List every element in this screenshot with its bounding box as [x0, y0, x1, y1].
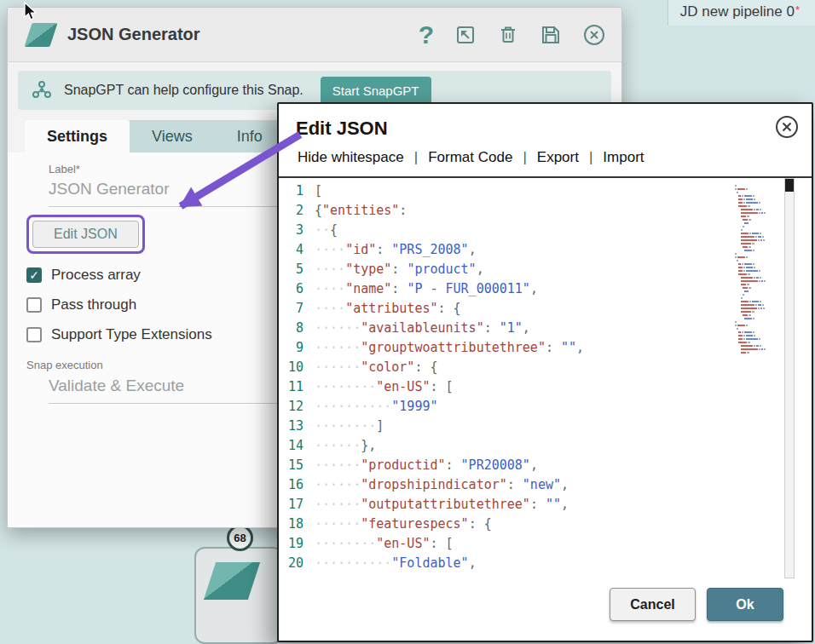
code-line[interactable]: 16······"dropshipindicator": "new", — [279, 475, 812, 495]
help-button[interactable]: ? — [419, 24, 434, 46]
edit-json-button[interactable]: Edit JSON — [32, 221, 139, 248]
tab-settings[interactable]: Settings — [25, 120, 130, 152]
scrollbar-thumb[interactable] — [785, 179, 794, 192]
close-dialog-button[interactable] — [582, 23, 606, 47]
code-text: ··{ — [315, 221, 338, 240]
expand-button[interactable] — [454, 24, 477, 46]
line-number: 8 — [279, 319, 315, 338]
line-number: 13 — [279, 417, 315, 436]
line-number: 5 — [279, 260, 315, 279]
code-line[interactable]: 11········"en-US": [ — [279, 377, 812, 397]
line-number: 4 — [279, 240, 315, 260]
edit-json-highlight: Edit JSON — [26, 215, 145, 254]
line-number: 6 — [279, 279, 315, 299]
snap-logo-icon — [24, 23, 57, 47]
close-icon — [774, 114, 800, 140]
code-line[interactable]: 2{"entities": — [279, 201, 812, 221]
line-number: 3 — [279, 221, 315, 240]
code-minimap[interactable] — [735, 185, 779, 355]
snap-count-badge: 68 — [227, 525, 253, 551]
tab-views[interactable]: Views — [130, 120, 215, 152]
line-number: 1 — [279, 181, 315, 201]
line-number: 10 — [279, 358, 315, 377]
modal-close-button[interactable] — [774, 114, 800, 142]
code-text: ··········"1999" — [315, 397, 438, 417]
line-number: 7 — [279, 299, 315, 319]
modal-header: Edit JSON — [279, 104, 812, 140]
pipeline-tab[interactable]: JD new pipeline 0* — [668, 0, 815, 26]
code-line[interactable]: 4····"id": "PRS_2008", — [279, 240, 812, 260]
code-line[interactable]: 9······"grouptwoattributethree": "", — [279, 338, 812, 358]
trash-icon — [497, 24, 519, 46]
checkbox-support-type-extensions[interactable] — [26, 327, 42, 342]
code-line[interactable]: 6····"name": "P - FUR_000011", — [279, 279, 812, 299]
code-text: ········"en-US": [ — [315, 534, 454, 554]
edit-json-modal: Edit JSON Hide whitespace|Format Code|Ex… — [277, 102, 813, 642]
line-number: 19 — [279, 534, 315, 554]
code-text: ······"color": { — [315, 358, 438, 377]
dialog-header: JSON Generator ? — [8, 8, 621, 62]
dialog-title: JSON Generator — [67, 25, 200, 44]
line-number: 18 — [279, 515, 315, 534]
checkbox-process-array[interactable]: ✓ — [26, 267, 42, 283]
toolbar-separator: | — [523, 149, 526, 166]
code-line[interactable]: 7····"attributes": { — [279, 299, 812, 319]
code-lines: 1[2{"entities":3··{4····"id": "PRS_2008"… — [279, 181, 812, 573]
save-button[interactable] — [540, 24, 562, 46]
close-icon — [582, 23, 606, 47]
checkbox-label: Support Type Extensions — [51, 326, 212, 343]
line-number: 17 — [279, 495, 315, 515]
code-text: ····"type": "product", — [315, 260, 484, 279]
editor-scrollbar[interactable] — [784, 178, 795, 578]
pipeline-tab-label: JD new pipeline 0 — [680, 3, 795, 20]
line-number: 16 — [279, 475, 315, 495]
cancel-button[interactable]: Cancel — [610, 588, 696, 621]
line-number: 2 — [279, 201, 315, 221]
line-number: 15 — [279, 456, 315, 475]
toolbar-item-hide-whitespace[interactable]: Hide whitespace — [298, 149, 404, 166]
start-snapgpt-button[interactable]: Start SnapGPT — [321, 77, 431, 105]
code-text: ······"productid": "PR20008", — [315, 456, 538, 475]
code-line[interactable]: 12··········"1999" — [279, 397, 812, 417]
tab-info[interactable]: Info — [215, 120, 285, 152]
modal-toolbar: Hide whitespace|Format Code|Export|Impor… — [279, 140, 812, 176]
code-line[interactable]: 18······"featurespecs": { — [279, 515, 812, 534]
line-number: 12 — [279, 397, 315, 417]
toolbar-item-format-code[interactable]: Format Code — [428, 149, 512, 166]
code-line[interactable]: 5····"type": "product", — [279, 260, 812, 279]
canvas-snap[interactable] — [194, 547, 283, 644]
code-line[interactable]: 10······"color": { — [279, 358, 812, 377]
line-number: 14 — [279, 436, 315, 456]
code-line[interactable]: 15······"productid": "PR20008", — [279, 456, 812, 475]
code-text: ····"attributes": { — [315, 299, 461, 319]
code-line[interactable]: 19········"en-US": [ — [279, 534, 812, 554]
snap-shape-icon — [204, 562, 260, 600]
delete-button[interactable] — [497, 24, 519, 46]
code-line[interactable]: 17······"outputattributethree": "", — [279, 495, 812, 515]
code-text: ··········"Foldable", — [315, 554, 477, 573]
line-number: 20 — [279, 554, 315, 573]
modal-footer: Cancel Ok — [279, 579, 812, 641]
code-line[interactable]: 14······}, — [279, 436, 812, 456]
code-editor[interactable]: 1[2{"entities":3··{4····"id": "PRS_2008"… — [279, 178, 812, 578]
code-text: ······"featurespecs": { — [315, 515, 492, 534]
code-line[interactable]: 20··········"Foldable", — [279, 554, 812, 573]
code-text: ····"id": "PRS_2008", — [315, 240, 477, 260]
code-text: ········"en-US": [ — [315, 377, 454, 397]
code-text: ······}, — [315, 436, 376, 456]
modal-title: Edit JSON — [296, 118, 388, 139]
code-text: ····"name": "P - FUR_000011", — [315, 279, 538, 299]
line-number: 9 — [279, 338, 315, 358]
line-number: 11 — [279, 377, 315, 397]
code-line[interactable]: 8······"availableunits": "1", — [279, 319, 812, 338]
code-line[interactable]: 3··{ — [279, 221, 812, 240]
checkbox-pass-through[interactable] — [26, 297, 42, 313]
unsaved-marker: * — [795, 3, 800, 16]
code-text: [ — [315, 181, 322, 201]
ok-button[interactable]: Ok — [707, 588, 783, 621]
toolbar-separator: | — [589, 149, 592, 166]
code-line[interactable]: 13········] — [279, 417, 812, 436]
toolbar-item-import[interactable]: Import — [603, 149, 644, 166]
code-line[interactable]: 1[ — [279, 181, 812, 201]
toolbar-item-export[interactable]: Export — [537, 149, 579, 166]
